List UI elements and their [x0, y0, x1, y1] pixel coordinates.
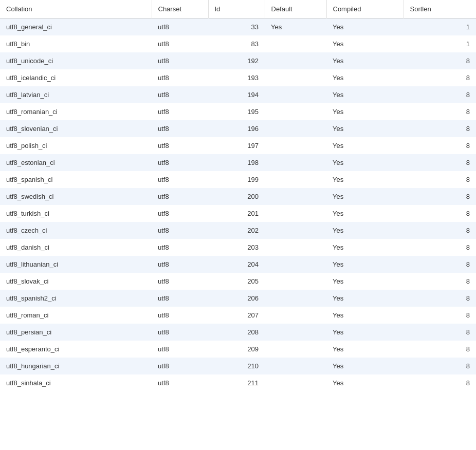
table-cell: 8	[404, 205, 476, 222]
table-header-row: Collation Charset Id Default Compiled So…	[0, 0, 476, 18]
table-cell: 8	[404, 239, 476, 256]
table-cell: 8	[404, 374, 476, 391]
table-cell: Yes	[326, 341, 404, 358]
table-cell: 211	[208, 374, 265, 391]
table-cell: utf8	[152, 324, 208, 341]
table-cell	[265, 222, 326, 239]
table-cell: utf8_turkish_ci	[0, 205, 152, 222]
table-row: utf8_hungarian_ciutf8210Yes8	[0, 358, 476, 374]
table-cell: 203	[208, 239, 265, 256]
table-cell: utf8_sinhala_ci	[0, 374, 152, 391]
table-cell	[265, 103, 326, 120]
table-cell: utf8	[152, 35, 208, 52]
table-row: utf8_persian_ciutf8208Yes8	[0, 324, 476, 341]
table-cell: 8	[404, 69, 476, 86]
table-cell: utf8_persian_ci	[0, 324, 152, 341]
table-cell: utf8	[152, 358, 208, 374]
table-row: utf8_estonian_ciutf8198Yes8	[0, 154, 476, 171]
table-cell	[265, 69, 326, 86]
table-row: utf8_danish_ciutf8203Yes8	[0, 239, 476, 256]
table-cell	[265, 120, 326, 137]
table-cell: Yes	[326, 374, 404, 391]
table-row: utf8_romanian_ciutf8195Yes8	[0, 103, 476, 120]
table-cell: 192	[208, 52, 265, 69]
table-body: utf8_general_ciutf833YesYes1utf8_binutf8…	[0, 18, 476, 392]
table-cell: Yes	[265, 18, 326, 36]
table-cell	[265, 290, 326, 307]
table-cell: utf8	[152, 256, 208, 273]
table-cell: 8	[404, 222, 476, 239]
table-cell	[265, 341, 326, 358]
table-cell: 1	[404, 35, 476, 52]
table-cell: 8	[404, 290, 476, 307]
table-cell	[265, 137, 326, 154]
table-cell: Yes	[326, 273, 404, 290]
collation-table: Collation Charset Id Default Compiled So…	[0, 0, 476, 391]
table-cell: utf8_unicode_ci	[0, 52, 152, 69]
table-cell: utf8	[152, 69, 208, 86]
table-row: utf8_slovenian_ciutf8196Yes8	[0, 120, 476, 137]
table-cell: utf8_romanian_ci	[0, 103, 152, 120]
table-cell: Yes	[326, 256, 404, 273]
table-cell: 208	[208, 324, 265, 341]
table-cell: Yes	[326, 205, 404, 222]
table-cell: 8	[404, 273, 476, 290]
table-cell: 196	[208, 120, 265, 137]
table-cell: 33	[208, 18, 265, 36]
table-cell: Yes	[326, 35, 404, 52]
table-cell: Yes	[326, 290, 404, 307]
table-cell: utf8_hungarian_ci	[0, 358, 152, 374]
table-cell: Yes	[326, 324, 404, 341]
table-cell	[265, 239, 326, 256]
table-row: utf8_sinhala_ciutf8211Yes8	[0, 374, 476, 391]
table-cell: utf8_icelandic_ci	[0, 69, 152, 86]
table-row: utf8_general_ciutf833YesYes1	[0, 18, 476, 36]
table-cell: 205	[208, 273, 265, 290]
table-cell: utf8_spanish_ci	[0, 171, 152, 188]
table-cell	[265, 273, 326, 290]
table-cell: utf8	[152, 273, 208, 290]
table-cell: 8	[404, 103, 476, 120]
table-cell: utf8_spanish2_ci	[0, 290, 152, 307]
table-row: utf8_roman_ciutf8207Yes8	[0, 307, 476, 324]
table-cell: utf8	[152, 18, 208, 36]
table-cell: utf8	[152, 290, 208, 307]
table-cell: 1	[404, 18, 476, 36]
table-cell: Yes	[326, 188, 404, 205]
table-cell: utf8	[152, 52, 208, 69]
table-cell	[265, 205, 326, 222]
table-cell: utf8	[152, 239, 208, 256]
table-cell	[265, 324, 326, 341]
table-cell: 197	[208, 137, 265, 154]
table-cell	[265, 154, 326, 171]
table-cell: 201	[208, 205, 265, 222]
table-cell	[265, 171, 326, 188]
table-cell: 8	[404, 52, 476, 69]
table-cell: 204	[208, 256, 265, 273]
table-cell: 8	[404, 86, 476, 103]
table-cell: 200	[208, 188, 265, 205]
table-cell: utf8	[152, 307, 208, 324]
header-collation: Collation	[0, 0, 152, 18]
table-cell: 8	[404, 171, 476, 188]
table-cell: 83	[208, 35, 265, 52]
table-cell: Yes	[326, 103, 404, 120]
table-cell: 8	[404, 154, 476, 171]
table-row: utf8_lithuanian_ciutf8204Yes8	[0, 256, 476, 273]
header-sortlen: Sortlen	[404, 0, 476, 18]
table-cell: 202	[208, 222, 265, 239]
table-cell: utf8_esperanto_ci	[0, 341, 152, 358]
table-cell: utf8	[152, 222, 208, 239]
table-cell: Yes	[326, 69, 404, 86]
table-cell	[265, 374, 326, 391]
table-row: utf8_esperanto_ciutf8209Yes8	[0, 341, 476, 358]
table-cell: utf8	[152, 86, 208, 103]
header-charset: Charset	[152, 0, 208, 18]
table-cell	[265, 35, 326, 52]
table-cell: utf8	[152, 171, 208, 188]
table-cell: Yes	[326, 18, 404, 36]
table-cell: Yes	[326, 239, 404, 256]
table-row: utf8_slovak_ciutf8205Yes8	[0, 273, 476, 290]
table-row: utf8_unicode_ciutf8192Yes8	[0, 52, 476, 69]
table-cell: 8	[404, 188, 476, 205]
